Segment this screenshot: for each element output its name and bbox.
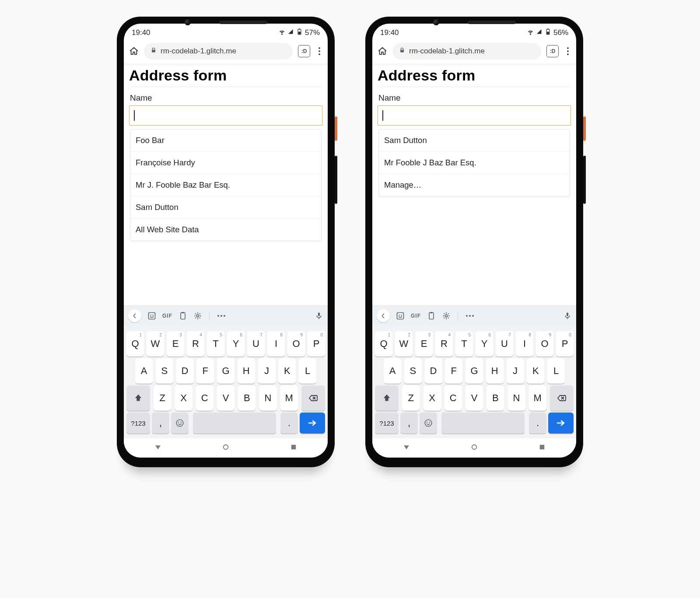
period-key[interactable]: . xyxy=(280,413,298,434)
nav-home-icon[interactable] xyxy=(470,443,478,453)
key-A[interactable]: A xyxy=(135,358,153,384)
home-icon[interactable] xyxy=(129,46,139,56)
home-icon[interactable] xyxy=(378,46,387,56)
sticker-icon[interactable] xyxy=(396,311,405,320)
autofill-suggestion[interactable]: Mr J. Fooble Baz Bar Esq. xyxy=(130,174,321,196)
shift-key[interactable] xyxy=(375,385,399,411)
key-B[interactable]: B xyxy=(238,385,256,411)
key-Q[interactable]: Q1 xyxy=(375,331,392,357)
backspace-key[interactable] xyxy=(301,385,325,411)
key-P[interactable]: P0 xyxy=(556,331,574,357)
key-C[interactable]: C xyxy=(444,385,462,411)
space-key[interactable] xyxy=(193,413,276,434)
name-input[interactable] xyxy=(129,105,322,126)
reader-mode-icon[interactable]: :D xyxy=(546,45,559,57)
key-B[interactable]: B xyxy=(486,385,504,411)
key-L[interactable]: L xyxy=(547,358,565,384)
backspace-key[interactable] xyxy=(550,385,574,411)
period-key[interactable]: . xyxy=(529,413,546,434)
key-D[interactable]: D xyxy=(425,358,442,384)
key-F[interactable]: F xyxy=(445,358,462,384)
key-Z[interactable]: Z xyxy=(402,385,420,411)
gif-button[interactable]: GIF xyxy=(411,313,421,319)
key-L[interactable]: L xyxy=(299,358,316,384)
key-J[interactable]: J xyxy=(507,358,524,384)
emoji-key[interactable] xyxy=(420,413,437,434)
key-H[interactable]: H xyxy=(238,358,255,384)
autofill-suggestion[interactable]: Mr Fooble J Baz Bar Esq. xyxy=(379,151,570,174)
overflow-menu-icon[interactable] xyxy=(315,47,323,55)
url-bar[interactable]: rm-codelab-1.glitch.me xyxy=(144,43,293,59)
key-T[interactable]: T5 xyxy=(207,331,224,357)
nav-recent-icon[interactable] xyxy=(290,443,298,453)
autofill-suggestion[interactable]: All Web Site Data xyxy=(130,218,321,241)
key-K[interactable]: K xyxy=(278,358,296,384)
clipboard-icon[interactable] xyxy=(427,311,436,320)
reader-mode-icon[interactable]: :D xyxy=(298,45,310,57)
key-D[interactable]: D xyxy=(176,358,194,384)
autofill-suggestion[interactable]: Sam Dutton xyxy=(379,129,570,151)
key-G[interactable]: G xyxy=(217,358,234,384)
key-V[interactable]: V xyxy=(217,385,234,411)
nav-back-icon[interactable] xyxy=(154,443,162,453)
key-A[interactable]: A xyxy=(384,358,401,384)
key-G[interactable]: G xyxy=(466,358,483,384)
shift-key[interactable] xyxy=(126,385,150,411)
key-Y[interactable]: Y6 xyxy=(227,331,245,357)
key-V[interactable]: V xyxy=(466,385,483,411)
nav-back-icon[interactable] xyxy=(402,443,410,453)
key-J[interactable]: J xyxy=(258,358,276,384)
autofill-suggestion[interactable]: Sam Dutton xyxy=(130,196,321,218)
settings-icon[interactable] xyxy=(193,311,202,320)
sticker-icon[interactable] xyxy=(147,311,156,320)
key-C[interactable]: C xyxy=(196,385,214,411)
comma-key[interactable]: , xyxy=(400,413,418,434)
more-icon[interactable] xyxy=(217,315,225,317)
key-R[interactable]: R4 xyxy=(435,331,453,357)
symbols-key[interactable]: ?123 xyxy=(126,413,150,434)
name-input[interactable] xyxy=(378,105,571,126)
url-bar[interactable]: rm-codelab-1.glitch.me xyxy=(392,43,541,59)
key-Z[interactable]: Z xyxy=(154,385,171,411)
key-U[interactable]: U7 xyxy=(247,331,265,357)
autofill-suggestion[interactable]: Françoise Hardy xyxy=(130,151,321,174)
collapse-icon[interactable] xyxy=(128,309,141,322)
enter-key[interactable] xyxy=(548,413,574,434)
clipboard-icon[interactable] xyxy=(178,311,187,320)
key-O[interactable]: O9 xyxy=(287,331,305,357)
key-X[interactable]: X xyxy=(424,385,441,411)
mic-icon[interactable] xyxy=(315,311,323,320)
autofill-suggestion[interactable]: Foo Bar xyxy=(130,129,321,151)
overflow-menu-icon[interactable] xyxy=(564,47,572,55)
key-F[interactable]: F xyxy=(196,358,214,384)
key-T[interactable]: T5 xyxy=(455,331,473,357)
key-Q[interactable]: Q1 xyxy=(126,331,144,357)
key-M[interactable]: M xyxy=(280,385,298,411)
key-H[interactable]: H xyxy=(486,358,504,384)
key-W[interactable]: W2 xyxy=(147,331,164,357)
comma-key[interactable]: , xyxy=(152,413,169,434)
key-K[interactable]: K xyxy=(527,358,544,384)
more-icon[interactable] xyxy=(466,315,474,317)
collapse-icon[interactable] xyxy=(377,309,390,322)
mic-icon[interactable] xyxy=(563,311,572,320)
key-Y[interactable]: Y6 xyxy=(476,331,493,357)
space-key[interactable] xyxy=(441,413,525,434)
gif-button[interactable]: GIF xyxy=(162,313,172,319)
key-I[interactable]: I8 xyxy=(516,331,533,357)
key-E[interactable]: E3 xyxy=(167,331,184,357)
key-W[interactable]: W2 xyxy=(395,331,413,357)
key-E[interactable]: E3 xyxy=(415,331,433,357)
key-O[interactable]: O9 xyxy=(536,331,553,357)
key-P[interactable]: P0 xyxy=(308,331,325,357)
key-I[interactable]: I8 xyxy=(267,331,285,357)
autofill-suggestion[interactable]: Manage… xyxy=(379,174,570,196)
symbols-key[interactable]: ?123 xyxy=(375,413,399,434)
nav-home-icon[interactable] xyxy=(222,443,230,453)
emoji-key[interactable] xyxy=(171,413,189,434)
key-N[interactable]: N xyxy=(508,385,525,411)
nav-recent-icon[interactable] xyxy=(538,443,546,453)
key-N[interactable]: N xyxy=(259,385,277,411)
key-X[interactable]: X xyxy=(175,385,192,411)
key-M[interactable]: M xyxy=(529,385,546,411)
